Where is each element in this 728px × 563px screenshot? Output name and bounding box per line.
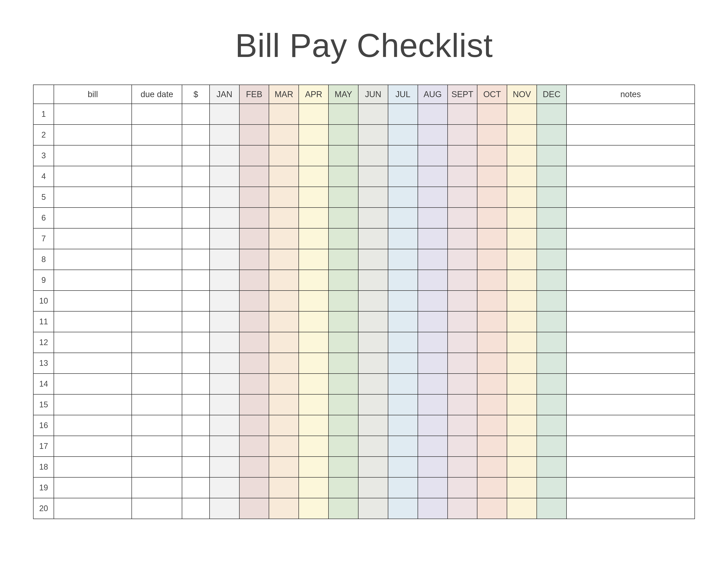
cell-month[interactable] <box>299 228 328 249</box>
cell-month[interactable] <box>537 207 567 228</box>
cell-month[interactable] <box>448 332 477 353</box>
cell-month[interactable] <box>448 228 477 249</box>
cell-month[interactable] <box>388 332 418 353</box>
cell-month[interactable] <box>299 353 328 374</box>
cell-month[interactable] <box>507 457 537 477</box>
cell-month[interactable] <box>328 104 358 124</box>
cell-month[interactable] <box>388 270 418 291</box>
cell-month[interactable] <box>418 332 448 353</box>
cell-month[interactable] <box>269 270 299 291</box>
cell-month[interactable] <box>388 498 418 519</box>
cell-bill[interactable] <box>54 104 132 124</box>
cell-month[interactable] <box>239 145 269 166</box>
cell-month[interactable] <box>418 477 448 498</box>
cell-month[interactable] <box>448 498 477 519</box>
cell-due-date[interactable] <box>132 291 182 311</box>
cell-month[interactable] <box>210 124 239 145</box>
cell-month[interactable] <box>388 249 418 270</box>
cell-amount[interactable] <box>182 270 209 291</box>
cell-month[interactable] <box>299 374 328 394</box>
cell-month[interactable] <box>537 353 567 374</box>
cell-month[interactable] <box>448 270 477 291</box>
cell-bill[interactable] <box>54 124 132 145</box>
cell-amount[interactable] <box>182 187 209 207</box>
cell-month[interactable] <box>448 477 477 498</box>
cell-amount[interactable] <box>182 477 209 498</box>
cell-month[interactable] <box>328 270 358 291</box>
cell-due-date[interactable] <box>132 394 182 415</box>
cell-month[interactable] <box>448 394 477 415</box>
cell-month[interactable] <box>269 228 299 249</box>
cell-month[interactable] <box>358 353 388 374</box>
cell-month[interactable] <box>358 311 388 332</box>
cell-month[interactable] <box>388 415 418 436</box>
cell-month[interactable] <box>448 457 477 477</box>
cell-due-date[interactable] <box>132 374 182 394</box>
cell-month[interactable] <box>358 145 388 166</box>
cell-month[interactable] <box>477 477 507 498</box>
cell-due-date[interactable] <box>132 332 182 353</box>
cell-month[interactable] <box>418 270 448 291</box>
cell-notes[interactable] <box>567 124 695 145</box>
cell-month[interactable] <box>210 166 239 187</box>
cell-due-date[interactable] <box>132 457 182 477</box>
cell-month[interactable] <box>537 332 567 353</box>
cell-month[interactable] <box>388 436 418 457</box>
cell-month[interactable] <box>299 166 328 187</box>
cell-month[interactable] <box>269 374 299 394</box>
cell-month[interactable] <box>239 394 269 415</box>
cell-due-date[interactable] <box>132 353 182 374</box>
cell-bill[interactable] <box>54 374 132 394</box>
cell-month[interactable] <box>239 374 269 394</box>
cell-bill[interactable] <box>54 394 132 415</box>
cell-month[interactable] <box>269 353 299 374</box>
cell-month[interactable] <box>210 104 239 124</box>
cell-month[interactable] <box>239 353 269 374</box>
cell-month[interactable] <box>269 436 299 457</box>
cell-month[interactable] <box>239 187 269 207</box>
cell-month[interactable] <box>477 311 507 332</box>
cell-month[interactable] <box>388 228 418 249</box>
cell-month[interactable] <box>477 498 507 519</box>
cell-month[interactable] <box>388 353 418 374</box>
cell-month[interactable] <box>507 270 537 291</box>
cell-month[interactable] <box>269 166 299 187</box>
cell-bill[interactable] <box>54 436 132 457</box>
cell-amount[interactable] <box>182 353 209 374</box>
cell-month[interactable] <box>269 291 299 311</box>
cell-month[interactable] <box>210 270 239 291</box>
cell-amount[interactable] <box>182 104 209 124</box>
cell-month[interactable] <box>299 270 328 291</box>
cell-month[interactable] <box>507 187 537 207</box>
cell-notes[interactable] <box>567 457 695 477</box>
cell-amount[interactable] <box>182 207 209 228</box>
cell-due-date[interactable] <box>132 166 182 187</box>
cell-month[interactable] <box>239 436 269 457</box>
cell-month[interactable] <box>507 166 537 187</box>
cell-month[interactable] <box>448 436 477 457</box>
cell-month[interactable] <box>507 394 537 415</box>
cell-month[interactable] <box>418 104 448 124</box>
cell-month[interactable] <box>388 394 418 415</box>
cell-month[interactable] <box>358 415 388 436</box>
cell-month[interactable] <box>358 394 388 415</box>
cell-month[interactable] <box>239 249 269 270</box>
cell-month[interactable] <box>210 457 239 477</box>
cell-month[interactable] <box>328 477 358 498</box>
cell-month[interactable] <box>418 291 448 311</box>
cell-month[interactable] <box>477 457 507 477</box>
cell-notes[interactable] <box>567 415 695 436</box>
cell-month[interactable] <box>269 104 299 124</box>
cell-month[interactable] <box>418 436 448 457</box>
cell-month[interactable] <box>239 457 269 477</box>
cell-due-date[interactable] <box>132 145 182 166</box>
cell-month[interactable] <box>299 124 328 145</box>
cell-month[interactable] <box>269 457 299 477</box>
cell-bill[interactable] <box>54 291 132 311</box>
cell-month[interactable] <box>537 166 567 187</box>
cell-month[interactable] <box>448 124 477 145</box>
cell-month[interactable] <box>477 187 507 207</box>
cell-notes[interactable] <box>567 166 695 187</box>
cell-month[interactable] <box>537 228 567 249</box>
cell-due-date[interactable] <box>132 207 182 228</box>
